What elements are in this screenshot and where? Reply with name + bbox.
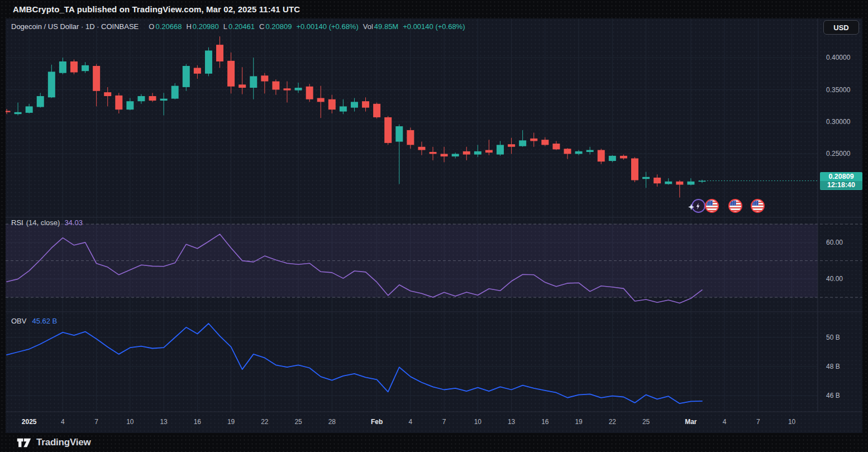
footer-bar: TradingView bbox=[0, 433, 868, 452]
svg-text:10: 10 bbox=[788, 418, 796, 426]
svg-text:7: 7 bbox=[442, 418, 446, 426]
flag-canton bbox=[707, 201, 713, 206]
svg-text:19: 19 bbox=[227, 418, 235, 426]
obv-legend: OBV 45.62 B bbox=[11, 317, 57, 325]
svg-text:25: 25 bbox=[294, 418, 302, 426]
ohlc-open: O0.20668 bbox=[144, 22, 182, 31]
ohlc-close: C0.20809 bbox=[255, 22, 292, 31]
svg-text:4: 4 bbox=[723, 418, 727, 426]
svg-text:10: 10 bbox=[126, 418, 134, 426]
candlesticks bbox=[6, 36, 705, 197]
svg-text:28: 28 bbox=[328, 418, 336, 426]
rsi-params: (14, close) bbox=[26, 218, 60, 227]
obv-name[interactable]: OBV bbox=[11, 317, 26, 325]
svg-text:60.00: 60.00 bbox=[826, 239, 843, 246]
svg-text:Feb: Feb bbox=[371, 418, 383, 426]
svg-text:10: 10 bbox=[474, 418, 482, 426]
ohlc-low: L0.20461 bbox=[219, 22, 255, 31]
flag-canton bbox=[730, 201, 736, 206]
svg-text:0.30000: 0.30000 bbox=[826, 118, 851, 126]
obv-line bbox=[7, 323, 702, 403]
svg-text:13: 13 bbox=[508, 418, 516, 426]
volume-label: Vol bbox=[363, 22, 373, 31]
symbol-legend: Dogecoin / US Dollar · 1D · COINBASE O0.… bbox=[11, 22, 465, 31]
svg-text:0.35000: 0.35000 bbox=[826, 86, 851, 94]
svg-text:16: 16 bbox=[194, 418, 202, 426]
tradingview-brand[interactable]: TradingView bbox=[36, 437, 91, 448]
svg-text:13: 13 bbox=[160, 418, 168, 426]
chart-canvas[interactable]: 0.400000.350000.300000.2500060.0040.0050… bbox=[6, 18, 862, 433]
svg-text:4: 4 bbox=[61, 418, 65, 426]
countdown-timer: 12:18:40 bbox=[820, 181, 862, 189]
chart-area[interactable]: 0.400000.350000.300000.2500060.0040.0050… bbox=[6, 18, 862, 433]
gridlines bbox=[6, 18, 818, 411]
us-flag-event-icon[interactable] bbox=[751, 199, 765, 213]
rsi-name[interactable]: RSI bbox=[11, 218, 23, 227]
svg-text:48 B: 48 B bbox=[826, 363, 840, 370]
svg-text:0.25000: 0.25000 bbox=[826, 150, 851, 158]
published-info: AMBCrypto_TA published on TradingView.co… bbox=[13, 4, 300, 14]
volume-value: 49.85M bbox=[374, 22, 398, 31]
tradingview-logo-icon[interactable] bbox=[17, 438, 31, 448]
symbol-title[interactable]: Dogecoin / US Dollar · 1D · COINBASE bbox=[11, 22, 139, 31]
publish-bar: AMBCrypto_TA published on TradingView.co… bbox=[0, 0, 868, 18]
last-price-badge: 0.20809 12:18:40 bbox=[820, 172, 862, 190]
svg-text:25: 25 bbox=[642, 418, 650, 426]
flag-canton bbox=[752, 201, 759, 206]
svg-text:Mar: Mar bbox=[685, 418, 697, 426]
svg-text:7: 7 bbox=[756, 418, 760, 426]
svg-text:2025: 2025 bbox=[22, 418, 37, 426]
price-axis-labels[interactable]: 0.400000.350000.300000.2500060.0040.0050… bbox=[826, 54, 851, 399]
tradingview-snapshot: AMBCrypto_TA published on TradingView.co… bbox=[0, 0, 868, 452]
us-flag-event-icon[interactable] bbox=[728, 199, 742, 213]
obv-value: 45.62 B bbox=[32, 317, 57, 325]
rsi-legend: RSI (14, close) 34.03 bbox=[11, 218, 83, 227]
svg-text:50 B: 50 B bbox=[826, 334, 840, 341]
price-change: +0.00140 (+0.68%) bbox=[296, 22, 358, 31]
currency-toggle-button[interactable]: USD bbox=[823, 20, 859, 35]
svg-text:40.00: 40.00 bbox=[826, 275, 843, 283]
svg-text:19: 19 bbox=[575, 418, 583, 426]
svg-text:46 B: 46 B bbox=[826, 392, 840, 399]
svg-text:0.40000: 0.40000 bbox=[826, 54, 851, 61]
svg-text:4: 4 bbox=[409, 418, 413, 426]
svg-text:22: 22 bbox=[261, 418, 269, 426]
svg-text:22: 22 bbox=[609, 418, 617, 426]
last-price: 0.20809 bbox=[820, 173, 862, 181]
us-flag-event-icon[interactable] bbox=[705, 199, 719, 213]
time-axis-labels[interactable]: 20254710131619222528Feb47101316192225Mar… bbox=[22, 418, 796, 426]
ohlc-high: H0.20980 bbox=[182, 22, 218, 31]
volume-change: +0.00140 (+0.68%) bbox=[403, 22, 465, 31]
svg-text:16: 16 bbox=[541, 418, 549, 426]
rsi-value: 34.03 bbox=[64, 218, 83, 227]
crypto-event-icon[interactable] bbox=[691, 199, 705, 213]
svg-text:7: 7 bbox=[94, 418, 98, 426]
